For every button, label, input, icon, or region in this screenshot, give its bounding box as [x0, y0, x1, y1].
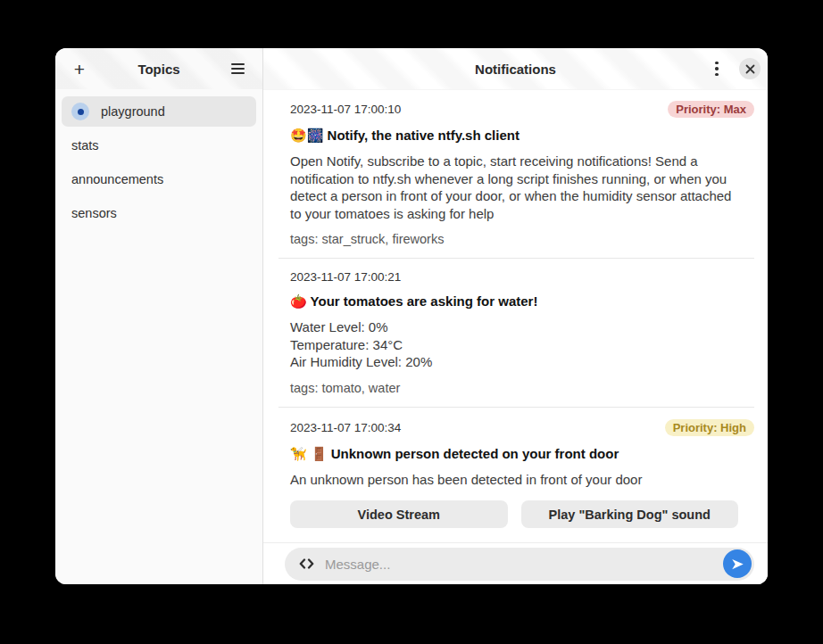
message-pill — [285, 548, 754, 581]
send-button[interactable] — [723, 549, 752, 578]
main-menu-button[interactable] — [223, 54, 254, 84]
topic-label: playground — [101, 104, 165, 119]
notification-meta: 2023-11-07 17:00:21 — [290, 270, 754, 284]
notification-timestamp: 2023-11-07 17:00:34 — [290, 421, 401, 434]
notification-title: 🤩🎆 Notify, the native ntfy.sh client — [290, 128, 754, 144]
code-icon — [299, 558, 314, 569]
priority-badge: Priority: Max — [668, 101, 754, 118]
notification-timestamp: 2023-11-07 17:00:21 — [290, 270, 401, 284]
sidebar-item-playground[interactable]: playground — [62, 96, 256, 127]
menu-button[interactable] — [702, 54, 732, 84]
priority-badge: Priority: High — [665, 419, 754, 436]
main-panel: Notifications 2023-11-07 17:00:10Priorit… — [263, 48, 768, 584]
page-title: Notifications — [475, 62, 556, 77]
topic-label: sensors — [71, 206, 117, 220]
composer-bar — [263, 542, 768, 584]
sidebar: + Topics playgroundstatsannouncementssen… — [55, 48, 263, 584]
sidebar-item-announcements[interactable]: announcements — [62, 164, 256, 194]
main-headerbar: Notifications — [263, 48, 768, 89]
close-button[interactable] — [739, 58, 761, 79]
message-input[interactable] — [318, 557, 723, 572]
send-icon — [731, 557, 744, 571]
unread-dot-icon — [71, 103, 89, 120]
add-topic-button[interactable]: + — [64, 54, 95, 84]
notification-tags: tags: tomato, water — [290, 381, 754, 395]
topic-label: announcements — [71, 172, 163, 186]
notification-timestamp: 2023-11-07 17:00:10 — [290, 103, 401, 116]
code-button[interactable] — [295, 555, 318, 573]
topic-label: stats — [71, 138, 99, 153]
sidebar-item-sensors[interactable]: sensors — [62, 198, 256, 228]
notification-body: Water Level: 0% Temperature: 34°C Air Hu… — [290, 318, 738, 371]
notification-tags: tags: star_struck, fireworks — [290, 232, 754, 246]
hamburger-icon — [231, 63, 245, 74]
close-icon — [745, 64, 755, 74]
plus-icon: + — [74, 60, 85, 78]
notification-body: An unknown person has been detected in f… — [290, 471, 738, 489]
notification-title: 🍅 Your tomatoes are asking for water! — [290, 293, 754, 310]
notification-card: 2023-11-07 17:00:10Priority: Max🤩🎆 Notif… — [278, 89, 754, 259]
action-button[interactable]: Play "Barking Dog" sound — [521, 500, 739, 528]
kebab-icon — [715, 62, 719, 77]
notification-title: 🦮 🚪 Unknown person detected on your fron… — [290, 446, 754, 462]
notification-body: Open Notify, subscribe to a topic, start… — [290, 153, 738, 222]
topic-list: playgroundstatsannouncementssensors — [55, 89, 262, 235]
sidebar-headerbar: + Topics — [55, 48, 262, 89]
notification-meta: 2023-11-07 17:00:34Priority: High — [290, 419, 754, 436]
action-button[interactable]: Video Stream — [290, 500, 508, 528]
notification-card: 2023-11-07 17:00:34Priority: High🦮 🚪 Unk… — [278, 408, 754, 543]
sidebar-title: Topics — [137, 62, 179, 77]
notification-card: 2023-11-07 17:00:21🍅 Your tomatoes are a… — [278, 259, 754, 408]
app-window: + Topics playgroundstatsannouncementssen… — [55, 48, 768, 584]
sidebar-item-stats[interactable]: stats — [62, 130, 256, 161]
notification-actions: Video StreamPlay "Barking Dog" soundDoor… — [290, 500, 738, 542]
notification-meta: 2023-11-07 17:00:10Priority: Max — [290, 101, 754, 118]
notification-list: 2023-11-07 17:00:10Priority: Max🤩🎆 Notif… — [263, 89, 768, 542]
